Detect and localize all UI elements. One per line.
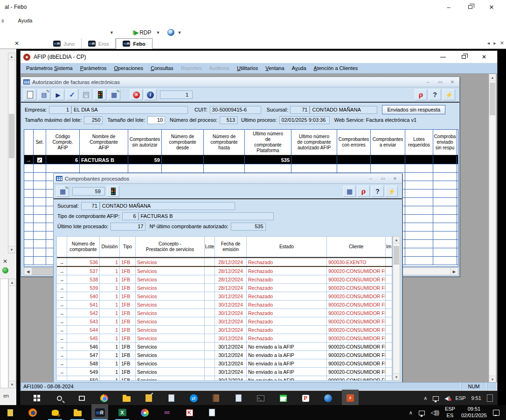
minimize-button[interactable]: — [433,52,453,62]
kdiff-icon[interactable]: K [184,407,195,418]
afip-app-icon[interactable]: ҂ [345,392,356,404]
help-icon[interactable]: ? [371,186,384,197]
enviados-sin-respuesta-button[interactable]: Enviados sin respuesta [382,105,445,114]
mdi-vertical-scrollbar[interactable]: ▲ ▼ [489,74,496,383]
table-row[interactable]: →55011FBServicios30/12/2024No enviado a … [57,376,392,381]
sucursal-number-field[interactable]: 71 [81,202,100,210]
language-indicator[interactable]: ESP ES [445,406,455,419]
tab-juno[interactable]: mRJuno [47,38,82,49]
tipo-name-field[interactable]: FACTURAS B [139,212,274,220]
panel-scrollbar-2[interactable]: ▲ ▼ [8,279,16,388]
run-icon[interactable]: ▶ [52,89,64,100]
table-row-empty[interactable] [24,164,458,173]
scroll-down-icon[interactable]: ▼ [393,373,400,380]
close-button[interactable]: ✕ [481,1,502,13]
network-icon[interactable] [419,411,425,415]
connect-icon[interactable]: ‖▶ [132,29,138,36]
info-icon[interactable]: i [144,89,157,100]
show-desktop-button[interactable] [487,394,493,402]
scrollbar-thumb[interactable] [394,246,399,265]
tab-eros[interactable]: mREros [82,38,116,49]
start-icon[interactable] [31,392,42,404]
empresa-name-field[interactable]: EL DIA SA [71,106,188,114]
table-row[interactable]: →54711FBServicios30/12/2024No enviado a … [57,351,392,359]
rdp-protocol-label[interactable]: RDP [139,29,151,36]
table-vertical-scrollbar[interactable]: ▲ ▼ [393,236,400,381]
ultimo-lote-field[interactable]: 17 [111,223,146,231]
notepad-icon[interactable] [206,407,217,418]
scrollbar-thumb[interactable] [490,83,495,115]
maximize-button[interactable] [459,1,481,13]
exit-icon[interactable]: ⚡ [443,89,455,100]
restore-button[interactable]: ▭ [378,175,388,182]
globe-icon[interactable] [167,29,174,36]
file-explorer-icon[interactable] [121,392,132,404]
tab-febo[interactable]: mRFebo [116,38,152,49]
counter-field[interactable]: 1 [160,91,193,99]
menu-atenci-n-a-clientes[interactable]: Atención a Clientes [310,64,362,72]
export-table-icon[interactable]: ▦ [56,186,69,197]
table-row[interactable]: →53711FBServicios28/12/2024Rechazado9000… [57,267,392,275]
empresa-number-field[interactable]: 1 [49,106,71,114]
close-button[interactable]: ✕ [448,78,457,85]
db-tool-icon[interactable] [49,407,61,418]
ultimo-comprobante-field[interactable]: 535 [231,223,266,231]
restore-button[interactable]: ▭ [436,78,445,85]
scroll-right-icon[interactable]: ▶ [450,268,458,275]
export-table-icon[interactable]: ▦ [108,89,120,100]
scroll-up-icon[interactable]: ▲ [489,74,496,81]
close-button[interactable]: ✕ [474,52,494,62]
rdp-dropdown-caret[interactable]: ▼ [156,30,160,35]
visualstudio-icon[interactable]: ∞ [161,407,173,418]
teamviewer-icon[interactable]: ⇄ [188,392,199,404]
minimize-button[interactable]: – [423,78,433,85]
mremoteng-icon[interactable]: mR [94,407,105,418]
scroll-up-icon[interactable]: ▲ [8,53,15,60]
contacts-icon[interactable] [210,392,222,404]
numero-proceso-field[interactable]: 513 [220,116,237,124]
traffic-light-icon[interactable] [94,89,106,100]
tab-scroll-right-icon[interactable]: ▸ [493,40,496,46]
notes-icon[interactable] [166,392,177,404]
menu-ayuda[interactable]: Ayuda [288,64,310,72]
tab-close-icon[interactable]: ✕ [500,40,504,46]
menu-ventana[interactable]: Ventana [262,64,288,72]
exit-icon[interactable]: ⚡ [385,186,398,197]
terminal-icon[interactable]: >_ [255,392,266,404]
table-row-selected[interactable]: →✓6FACTURAS B59535 [24,156,458,164]
print-preview-icon[interactable]: ρ [357,186,370,197]
scroll-down-icon[interactable]: ▼ [9,381,15,388]
sucursal-name-field[interactable]: CONTADO MAÑANA [100,202,235,210]
chrome-icon[interactable] [98,392,110,404]
tamano-maximo-field[interactable]: 250 [84,116,103,124]
clock[interactable]: 9:51 [471,395,481,401]
scroll-down-icon[interactable]: ▼ [8,246,15,253]
folder-icon[interactable] [72,407,83,418]
notes2-icon[interactable] [233,392,244,404]
tamano-lote-input[interactable]: 10 [147,116,165,124]
table-row[interactable]: →54611FBServicios30/12/2024No enviado a … [57,343,392,351]
close-button[interactable]: ✕ [390,175,400,182]
tipo-number-field[interactable]: 6 [122,212,139,220]
panel-close-icon[interactable]: ✕ [13,39,21,48]
table-row[interactable]: →54111FBServicios30/12/2024Rechazado9000… [57,301,392,309]
globe-dropdown-caret[interactable]: ▼ [177,30,181,35]
scroll-left-icon[interactable]: ◀ [24,268,32,275]
tab-scroll-left-icon[interactable]: ◂ [487,40,490,46]
sucursal-number-field[interactable]: 71 [290,106,310,114]
browser-icon[interactable] [322,392,333,404]
table-row[interactable]: →54011FBServicios30/12/2024Rechazado9000… [57,292,392,301]
ultimo-proceso-field[interactable]: 02/01/2025 9:03:36 [279,116,330,124]
cuit-field[interactable]: 30-50009415-6 [210,106,261,114]
scroll-up-icon[interactable]: ▲ [9,279,15,286]
panel-scrollbar[interactable]: ▲ ▼ [8,53,15,253]
clock[interactable]: 09:51 02/01/2025 [461,406,487,419]
table-row[interactable]: →54311FBServicios30/12/2024Rechazado9000… [57,317,392,326]
tray-chevron-icon[interactable]: ∧ [409,410,413,416]
menu-operaciones[interactable]: Operaciones [111,64,147,72]
firefox-icon[interactable] [27,407,38,418]
language-indicator[interactable]: ESP [456,395,466,401]
scroll-down-icon[interactable]: ▼ [489,376,496,383]
menu-par-metros[interactable]: Parámetros [76,64,111,72]
tray-chevron-icon[interactable]: ∧ [423,395,427,401]
